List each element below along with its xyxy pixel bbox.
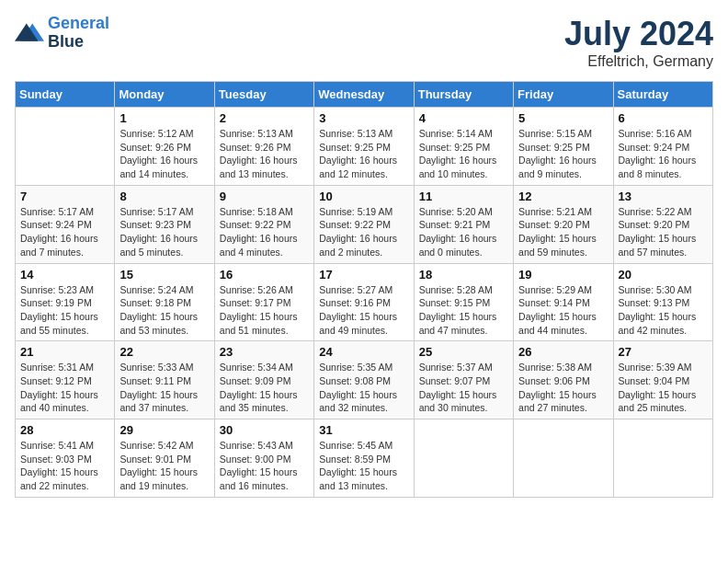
logo-icon	[15, 20, 44, 46]
calendar-cell	[613, 419, 712, 498]
day-number: 27	[619, 345, 708, 359]
weekday-header-friday: Friday	[514, 82, 613, 108]
logo-text: General Blue	[48, 15, 109, 52]
calendar-cell: 3Sunrise: 5:13 AMSunset: 9:25 PMDaylight…	[314, 108, 414, 186]
weekday-header-saturday: Saturday	[613, 82, 712, 108]
weekday-header-monday: Monday	[115, 82, 214, 108]
calendar-cell: 19Sunrise: 5:29 AMSunset: 9:14 PMDayligh…	[514, 263, 613, 341]
calendar-cell: 30Sunrise: 5:43 AMSunset: 9:00 PMDayligh…	[214, 419, 313, 498]
day-info: Sunrise: 5:27 AMSunset: 9:16 PMDaylight:…	[319, 283, 408, 338]
day-info: Sunrise: 5:24 AMSunset: 9:18 PMDaylight:…	[119, 283, 209, 338]
calendar-cell: 13Sunrise: 5:22 AMSunset: 9:20 PMDayligh…	[613, 185, 712, 263]
weekday-header-thursday: Thursday	[414, 82, 513, 108]
day-info: Sunrise: 5:37 AMSunset: 9:07 PMDaylight:…	[419, 361, 508, 415]
day-info: Sunrise: 5:22 AMSunset: 9:20 PMDaylight:…	[619, 205, 708, 259]
calendar-cell: 11Sunrise: 5:20 AMSunset: 9:21 PMDayligh…	[414, 185, 513, 263]
day-number: 22	[119, 345, 209, 359]
day-number: 8	[119, 190, 209, 203]
calendar-cell: 31Sunrise: 5:45 AMSunset: 8:59 PMDayligh…	[314, 419, 414, 498]
calendar-cell: 27Sunrise: 5:39 AMSunset: 9:04 PMDayligh…	[613, 341, 712, 419]
day-info: Sunrise: 5:17 AMSunset: 9:24 PMDaylight:…	[20, 205, 109, 259]
calendar-cell: 28Sunrise: 5:41 AMSunset: 9:03 PMDayligh…	[16, 419, 115, 498]
day-info: Sunrise: 5:30 AMSunset: 9:13 PMDaylight:…	[619, 283, 708, 338]
day-number: 16	[220, 268, 309, 282]
month-title: July 2024	[564, 15, 713, 53]
calendar-cell: 12Sunrise: 5:21 AMSunset: 9:20 PMDayligh…	[514, 185, 613, 263]
calendar-cell	[414, 419, 513, 498]
day-info: Sunrise: 5:26 AMSunset: 9:17 PMDaylight:…	[220, 283, 309, 338]
day-number: 29	[119, 423, 209, 437]
calendar-table: SundayMondayTuesdayWednesdayThursdayFrid…	[15, 81, 713, 498]
day-info: Sunrise: 5:17 AMSunset: 9:23 PMDaylight:…	[119, 205, 209, 259]
day-number: 6	[619, 111, 708, 125]
day-number: 15	[119, 268, 209, 282]
day-number: 18	[419, 268, 508, 282]
day-info: Sunrise: 5:20 AMSunset: 9:21 PMDaylight:…	[419, 205, 508, 259]
day-number: 5	[518, 111, 608, 125]
weekday-header-sunday: Sunday	[16, 82, 115, 108]
calendar-cell	[514, 419, 613, 498]
day-number: 19	[518, 268, 608, 282]
calendar-cell: 29Sunrise: 5:42 AMSunset: 9:01 PMDayligh…	[115, 419, 214, 498]
day-number: 2	[220, 111, 309, 125]
calendar-cell: 16Sunrise: 5:26 AMSunset: 9:17 PMDayligh…	[214, 263, 313, 341]
day-info: Sunrise: 5:31 AMSunset: 9:12 PMDaylight:…	[20, 361, 109, 415]
day-number: 14	[20, 268, 109, 282]
day-number: 13	[619, 190, 708, 203]
calendar-cell: 8Sunrise: 5:17 AMSunset: 9:23 PMDaylight…	[115, 185, 214, 263]
day-number: 31	[319, 423, 408, 437]
day-number: 30	[220, 423, 309, 437]
day-number: 11	[419, 190, 508, 203]
day-number: 7	[20, 190, 109, 203]
day-number: 17	[319, 268, 408, 282]
calendar-cell: 23Sunrise: 5:34 AMSunset: 9:09 PMDayligh…	[214, 341, 313, 419]
calendar-cell: 4Sunrise: 5:14 AMSunset: 9:25 PMDaylight…	[414, 108, 513, 186]
calendar-cell: 22Sunrise: 5:33 AMSunset: 9:11 PMDayligh…	[115, 341, 214, 419]
calendar-cell: 9Sunrise: 5:18 AMSunset: 9:22 PMDaylight…	[214, 185, 313, 263]
page-header: General Blue July 2024 Effeltrich, Germa…	[15, 15, 713, 70]
location-subtitle: Effeltrich, Germany	[564, 53, 713, 70]
day-number: 4	[419, 111, 508, 125]
day-number: 24	[319, 345, 408, 359]
calendar-cell: 6Sunrise: 5:16 AMSunset: 9:24 PMDaylight…	[613, 108, 712, 186]
calendar-cell: 20Sunrise: 5:30 AMSunset: 9:13 PMDayligh…	[613, 263, 712, 341]
calendar-cell: 14Sunrise: 5:23 AMSunset: 9:19 PMDayligh…	[16, 263, 115, 341]
calendar-cell: 26Sunrise: 5:38 AMSunset: 9:06 PMDayligh…	[514, 341, 613, 419]
day-info: Sunrise: 5:35 AMSunset: 9:08 PMDaylight:…	[319, 361, 408, 415]
day-number: 20	[619, 268, 708, 282]
day-info: Sunrise: 5:34 AMSunset: 9:09 PMDaylight:…	[220, 361, 309, 415]
day-info: Sunrise: 5:45 AMSunset: 8:59 PMDaylight:…	[319, 439, 408, 493]
day-info: Sunrise: 5:18 AMSunset: 9:22 PMDaylight:…	[220, 205, 309, 259]
calendar-cell: 24Sunrise: 5:35 AMSunset: 9:08 PMDayligh…	[314, 341, 414, 419]
calendar-cell: 2Sunrise: 5:13 AMSunset: 9:26 PMDaylight…	[214, 108, 313, 186]
day-number: 3	[319, 111, 408, 125]
day-info: Sunrise: 5:33 AMSunset: 9:11 PMDaylight:…	[119, 361, 209, 415]
weekday-header-tuesday: Tuesday	[214, 82, 313, 108]
day-info: Sunrise: 5:29 AMSunset: 9:14 PMDaylight:…	[518, 283, 608, 338]
day-info: Sunrise: 5:23 AMSunset: 9:19 PMDaylight:…	[20, 283, 109, 338]
day-info: Sunrise: 5:16 AMSunset: 9:24 PMDaylight:…	[619, 127, 708, 181]
calendar-cell: 17Sunrise: 5:27 AMSunset: 9:16 PMDayligh…	[314, 263, 414, 341]
calendar-cell: 10Sunrise: 5:19 AMSunset: 9:22 PMDayligh…	[314, 185, 414, 263]
day-info: Sunrise: 5:43 AMSunset: 9:00 PMDaylight:…	[220, 439, 309, 493]
day-number: 9	[220, 190, 309, 203]
day-info: Sunrise: 5:19 AMSunset: 9:22 PMDaylight:…	[319, 205, 408, 259]
day-info: Sunrise: 5:21 AMSunset: 9:20 PMDaylight:…	[518, 205, 608, 259]
calendar-cell: 21Sunrise: 5:31 AMSunset: 9:12 PMDayligh…	[16, 341, 115, 419]
day-info: Sunrise: 5:12 AMSunset: 9:26 PMDaylight:…	[119, 127, 209, 181]
day-info: Sunrise: 5:41 AMSunset: 9:03 PMDaylight:…	[20, 439, 109, 493]
day-number: 21	[20, 345, 109, 359]
calendar-cell: 18Sunrise: 5:28 AMSunset: 9:15 PMDayligh…	[414, 263, 513, 341]
day-info: Sunrise: 5:15 AMSunset: 9:25 PMDaylight:…	[518, 127, 608, 181]
day-info: Sunrise: 5:14 AMSunset: 9:25 PMDaylight:…	[419, 127, 508, 181]
day-info: Sunrise: 5:39 AMSunset: 9:04 PMDaylight:…	[619, 361, 708, 415]
day-number: 26	[518, 345, 608, 359]
title-block: July 2024 Effeltrich, Germany	[564, 15, 713, 70]
calendar-cell: 25Sunrise: 5:37 AMSunset: 9:07 PMDayligh…	[414, 341, 513, 419]
day-info: Sunrise: 5:42 AMSunset: 9:01 PMDaylight:…	[119, 439, 209, 493]
day-number: 1	[119, 111, 209, 125]
day-number: 28	[20, 423, 109, 437]
day-info: Sunrise: 5:38 AMSunset: 9:06 PMDaylight:…	[518, 361, 608, 415]
day-number: 25	[419, 345, 508, 359]
calendar-cell: 5Sunrise: 5:15 AMSunset: 9:25 PMDaylight…	[514, 108, 613, 186]
